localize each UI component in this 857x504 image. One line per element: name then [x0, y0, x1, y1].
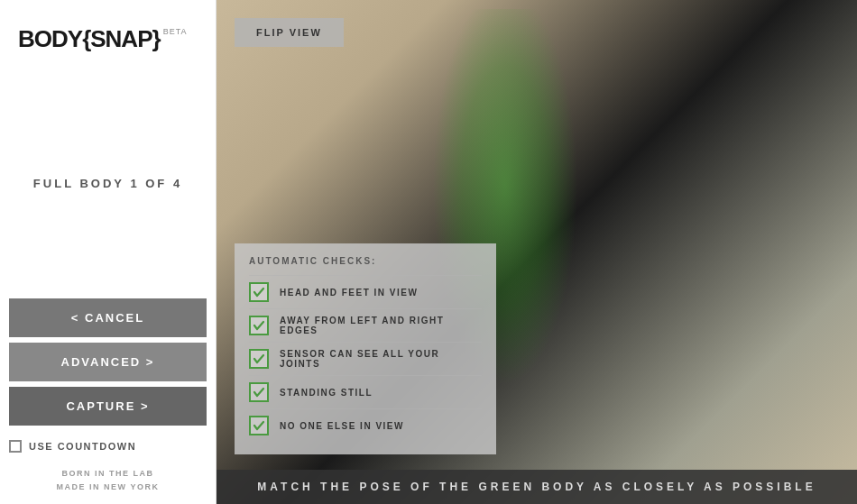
checkmark-icon — [253, 353, 265, 365]
check-icon-head-feet — [249, 282, 269, 302]
check-item-still: STANDING STILL — [249, 375, 482, 408]
advanced-button[interactable]: ADVANCED > — [9, 343, 207, 381]
check-text-edges: AWAY FROM LEFT AND RIGHT EDGES — [280, 316, 482, 335]
logo-area: BODY{SNAP}BETA — [0, 18, 216, 69]
checks-panel: AUTOMATIC CHECKS: HEAD AND FEET IN VIEW … — [235, 243, 496, 454]
check-icon-still — [249, 382, 269, 402]
logo-text: BODY{SNAP} — [18, 25, 161, 52]
countdown-checkbox[interactable] — [9, 440, 22, 453]
checkmark-icon — [253, 319, 265, 332]
flip-view-button[interactable]: FLIP VIEW — [235, 18, 344, 47]
check-item-head-feet: HEAD AND FEET IN VIEW — [249, 275, 482, 308]
cancel-button[interactable]: < CANCEL — [9, 298, 207, 337]
check-icon-noone — [249, 416, 269, 435]
check-item-noone: NO ONE ELSE IN VIEW — [249, 408, 482, 442]
capture-button[interactable]: CAPTURE > — [9, 387, 207, 426]
checkmark-icon — [253, 286, 265, 298]
check-icon-joints — [249, 349, 269, 369]
bottom-bar: MATCH THE POSE OF THE GREEN BODY AS CLOS… — [217, 470, 857, 504]
check-item-joints: SENSOR CAN SEE ALL YOUR JOINTS — [249, 342, 482, 375]
beta-badge: BETA — [163, 27, 188, 36]
main-area: FLIP VIEW AUTOMATIC CHECKS: HEAD AND FEE… — [217, 0, 857, 504]
check-item-edges: AWAY FROM LEFT AND RIGHT EDGES — [249, 308, 482, 342]
check-icon-edges — [249, 316, 269, 335]
check-text-head-feet: HEAD AND FEET IN VIEW — [280, 288, 418, 298]
countdown-row: USE COUNTDOWN — [0, 435, 216, 458]
countdown-label: USE COUNTDOWN — [29, 441, 136, 452]
pose-label: FULL BODY 1 OF 4 — [33, 69, 182, 298]
sidebar-footer: BORN IN THE LAB MADE IN NEW YORK — [57, 458, 160, 504]
check-text-joints: SENSOR CAN SEE ALL YOUR JOINTS — [280, 349, 482, 369]
logo: BODY{SNAP}BETA — [18, 27, 187, 50]
check-text-noone: NO ONE ELSE IN VIEW — [280, 421, 404, 431]
sidebar-buttons: < CANCEL ADVANCED > CAPTURE > — [0, 298, 216, 435]
checkmark-icon — [253, 419, 265, 432]
check-text-still: STANDING STILL — [280, 388, 373, 398]
checkmark-icon — [253, 386, 265, 399]
sidebar: BODY{SNAP}BETA FULL BODY 1 OF 4 < CANCEL… — [0, 0, 217, 504]
checks-title: AUTOMATIC CHECKS: — [249, 256, 482, 266]
